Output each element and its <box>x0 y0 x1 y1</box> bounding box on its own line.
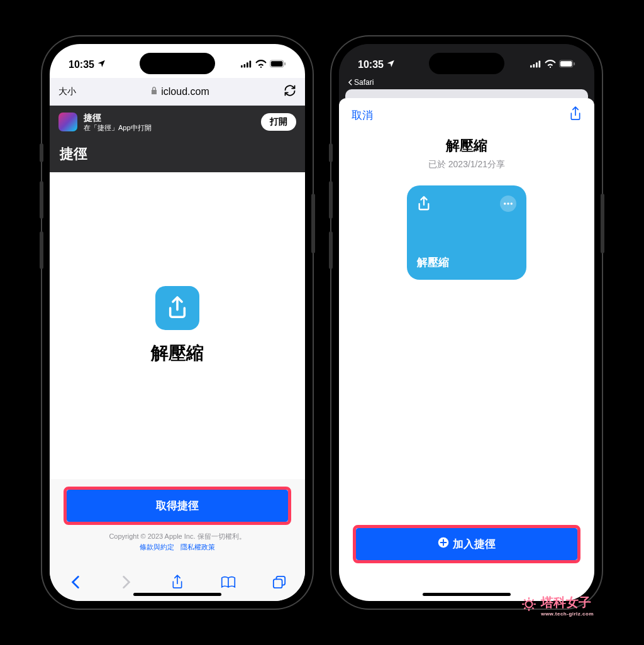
more-icon[interactable] <box>500 196 516 212</box>
battery-icon <box>270 59 286 70</box>
reload-icon[interactable] <box>284 84 296 99</box>
banner-subtitle: 在「捷徑」App中打開 <box>84 123 255 132</box>
lock-icon <box>150 86 158 97</box>
privacy-link[interactable]: 隱私權政策 <box>180 543 215 551</box>
banner-title: 捷徑 <box>84 112 255 123</box>
svg-rect-13 <box>560 61 572 66</box>
svg-rect-5 <box>271 61 283 66</box>
terms-link[interactable]: 條款與約定 <box>140 543 174 551</box>
sheet-stack <box>345 89 588 98</box>
card-share-icon <box>417 196 431 216</box>
svg-rect-14 <box>574 62 575 65</box>
get-shortcut-button[interactable]: 取得捷徑 <box>67 490 288 522</box>
back-to-app[interactable]: Safari <box>339 78 594 89</box>
shortcut-card[interactable]: 解壓縮 <box>407 185 526 280</box>
svg-rect-6 <box>284 62 286 65</box>
card-label: 解壓縮 <box>417 255 516 270</box>
svg-rect-7 <box>274 579 282 588</box>
add-button-label: 加入捷徑 <box>453 537 496 551</box>
url-domain-text: icloud.com <box>161 86 209 97</box>
safari-toolbar <box>50 568 305 601</box>
home-indicator[interactable] <box>423 593 511 596</box>
wifi-icon <box>545 59 556 70</box>
side-button <box>329 143 333 162</box>
watermark-url: www.tech-girlz.com <box>541 611 594 617</box>
wifi-icon <box>255 59 267 70</box>
share-button[interactable] <box>569 106 582 125</box>
svg-point-16 <box>507 202 509 205</box>
location-icon <box>386 59 395 70</box>
iphone-right: 10:35 <box>331 36 602 609</box>
svg-rect-1 <box>244 64 246 67</box>
dynamic-island <box>429 53 504 74</box>
svg-rect-11 <box>539 61 541 68</box>
bookmarks-button[interactable] <box>218 575 238 592</box>
svg-point-19 <box>526 600 533 607</box>
battery-icon <box>559 59 575 70</box>
shortcuts-app-icon <box>58 113 77 131</box>
back-to-app-label: Safari <box>354 78 374 87</box>
tabs-button[interactable] <box>269 575 289 592</box>
shared-date: 已於 2023/1/21分享 <box>428 159 505 170</box>
svg-rect-2 <box>247 62 248 67</box>
signal-icon <box>530 59 541 70</box>
svg-rect-10 <box>536 62 538 67</box>
open-app-button[interactable]: 打開 <box>261 113 296 131</box>
svg-rect-3 <box>250 61 252 68</box>
add-shortcut-button[interactable]: 加入捷徑 <box>356 528 577 560</box>
forward-button[interactable] <box>116 575 136 592</box>
dynamic-island <box>140 53 215 74</box>
location-icon <box>97 59 106 70</box>
page-footer: 取得捷徑 Copyright © 2023 Apple Inc. 保留一切權利。… <box>50 479 305 568</box>
iphone-left: 10:35 <box>42 36 313 609</box>
shortcut-title: 解壓縮 <box>446 136 487 155</box>
open-in-app-banner: 捷徑 在「捷徑」App中打開 打開 <box>50 106 305 138</box>
svg-rect-8 <box>530 65 532 68</box>
back-button[interactable] <box>65 575 86 592</box>
safari-url-bar[interactable]: 大小 icloud.com <box>50 78 305 106</box>
main-content: 解壓縮 <box>50 172 305 479</box>
side-button <box>329 181 333 219</box>
svg-point-15 <box>504 202 506 205</box>
cancel-button[interactable]: 取消 <box>352 108 373 123</box>
side-button <box>40 143 43 162</box>
side-button <box>40 231 43 269</box>
page-header: 捷徑 <box>50 138 305 172</box>
status-time: 10:35 <box>358 59 384 70</box>
copyright-text: Copyright © 2023 Apple Inc. 保留一切權利。 <box>109 532 245 540</box>
home-indicator[interactable] <box>133 593 221 596</box>
svg-rect-0 <box>241 65 243 68</box>
plus-circle-icon <box>438 537 449 551</box>
side-button <box>601 194 604 253</box>
svg-rect-9 <box>533 64 535 67</box>
status-time: 10:35 <box>69 59 94 70</box>
annotation-highlight: 取得捷徑 <box>64 487 291 525</box>
shortcut-icon <box>155 286 199 330</box>
svg-point-17 <box>511 202 513 205</box>
side-button <box>40 181 43 219</box>
signal-icon <box>241 59 252 70</box>
annotation-highlight: 加入捷徑 <box>353 525 580 563</box>
side-button <box>311 194 315 253</box>
watermark-text: 塔科女子 <box>541 594 594 611</box>
watermark: 塔科女子 www.tech-girlz.com <box>521 594 594 617</box>
text-size-button[interactable]: 大小 <box>58 86 76 97</box>
share-button[interactable] <box>167 574 187 593</box>
watermark-icon <box>521 596 537 615</box>
shortcut-name: 解壓縮 <box>151 341 204 365</box>
side-button <box>329 231 333 269</box>
